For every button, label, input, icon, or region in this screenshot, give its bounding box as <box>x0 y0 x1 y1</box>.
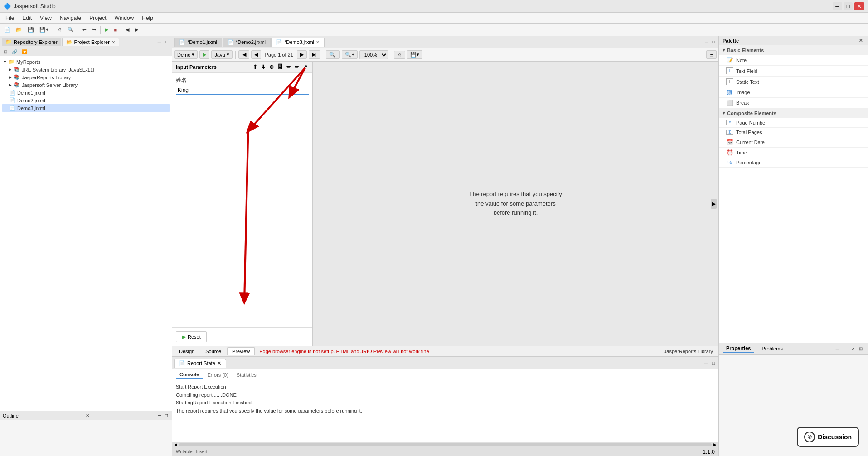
tab-repository-explorer[interactable]: 📁 Repository Explorer <box>2 38 61 46</box>
menu-help[interactable]: Help <box>138 14 157 22</box>
ip-tool-database[interactable]: 🗄 <box>276 63 284 71</box>
preview-selector[interactable]: Demo ▾ <box>174 50 198 59</box>
report-state-close[interactable]: ✕ <box>217 360 221 366</box>
run-report-btn[interactable]: ▶ <box>199 50 209 59</box>
menu-file[interactable]: File <box>2 14 18 22</box>
toolbar-forward[interactable]: ▶ <box>132 25 141 34</box>
print-btn[interactable]: 🖨 <box>394 51 405 59</box>
palette-section-composite[interactable]: ▾ Composite Elements <box>719 108 868 118</box>
tree-item-jasperreports[interactable]: ▸ 📚 JasperReports Library <box>2 73 170 81</box>
toolbar-undo[interactable]: ↩ <box>80 25 89 34</box>
zoom-selector[interactable]: 100% 50% 75% 125% 150% 200% <box>359 50 388 59</box>
palette-item-time[interactable]: ⏰ Time <box>719 148 868 158</box>
menu-window[interactable]: Window <box>111 14 138 22</box>
report-collapse[interactable]: ⊟ <box>706 50 717 59</box>
bottom-panel-minimize[interactable]: ─ <box>703 360 709 366</box>
tree-item-demo1[interactable]: 📄 Demo1.jrxml <box>2 89 170 96</box>
toolbar-run[interactable]: ▶ <box>102 25 111 34</box>
tree-item-jaspersoft-server[interactable]: ▸ 📚 Jaspersoft Server Library <box>2 81 170 89</box>
tree-item-jre[interactable]: ▸ 📚 JRE System Library [JavaSE-11] <box>2 66 170 73</box>
ip-tool-edit2[interactable]: ✏ <box>293 63 301 71</box>
palette-item-total-pages[interactable]: Σ Total Pages <box>719 128 868 137</box>
prop-tab-properties[interactable]: Properties <box>723 345 754 353</box>
language-selector[interactable]: Java ▾ <box>211 50 232 59</box>
page-first[interactable]: |◀ <box>238 50 250 59</box>
page-next[interactable]: ▶ <box>297 50 307 59</box>
bottom-panel-maximize[interactable]: □ <box>710 360 717 366</box>
palette-item-percentage[interactable]: % Percentage <box>719 158 868 168</box>
tree-link-editor[interactable]: 🔗 <box>10 49 19 55</box>
toolbar-new[interactable]: 📄 <box>2 25 13 34</box>
doc-tab-demo1[interactable]: 📄 *Demo1.jrxml <box>174 38 222 47</box>
bottom-tab-report-state[interactable]: 📄 Report State ✕ <box>174 359 226 368</box>
toolbar-print[interactable]: 🖨 <box>55 26 64 34</box>
page-prev[interactable]: ◀ <box>251 50 261 59</box>
tree-filter[interactable]: 🔽 <box>20 49 29 55</box>
doc-area-maximize[interactable]: □ <box>710 39 717 45</box>
doc-tab-demo2[interactable]: 📄 *Demo2.jrxml <box>223 38 271 47</box>
export-btn[interactable]: 💾▾ <box>407 50 422 59</box>
doc-tab-demo3-close[interactable]: ✕ <box>316 40 320 45</box>
toolbar-save-all[interactable]: 💾+ <box>37 25 51 34</box>
ip-tool-link[interactable]: ↗ <box>301 63 309 71</box>
zoom-out[interactable]: 🔍- <box>326 50 340 59</box>
tab-source[interactable]: Source <box>200 347 226 355</box>
tree-root[interactable]: ▾ 📁 MyReports <box>2 58 170 66</box>
page-last[interactable]: ▶| <box>309 50 320 59</box>
proj-explorer-close[interactable]: ✕ <box>112 40 115 45</box>
prop-maximize[interactable]: □ <box>842 346 848 352</box>
toolbar-open[interactable]: 📂 <box>14 25 24 34</box>
prop-close[interactable]: ↗ <box>849 346 856 352</box>
ip-tool-add[interactable]: ⊕ <box>268 63 275 71</box>
toolbar-back[interactable]: ◀ <box>123 25 131 34</box>
close-btn[interactable]: ✕ <box>854 2 864 10</box>
toolbar-stop[interactable]: ■ <box>112 26 119 34</box>
explorer-maximize[interactable]: □ <box>164 39 170 45</box>
prop-minimize[interactable]: ─ <box>834 346 841 352</box>
tree-view[interactable]: ▾ 📁 MyReports ▸ 📚 JRE System Library [Ja… <box>0 56 172 411</box>
ip-tool-edit1[interactable]: ✏ <box>285 63 292 71</box>
param-input[interactable] <box>176 86 309 95</box>
ip-tool-up[interactable]: ⬆ <box>252 63 259 71</box>
content-tab-errors[interactable]: Errors (0) <box>204 371 232 379</box>
doc-area-minimize[interactable]: ─ <box>703 39 710 45</box>
palette-item-text-field[interactable]: T Text Field <box>719 66 868 77</box>
tab-design[interactable]: Design <box>174 347 199 355</box>
report-scroll-btn[interactable]: ▶ <box>711 199 717 209</box>
menu-project[interactable]: Project <box>86 14 110 22</box>
ip-tool-down[interactable]: ⬇ <box>260 63 267 71</box>
log-scroll-right[interactable]: ▶ <box>713 442 717 447</box>
doc-tab-demo3[interactable]: 📄 *Demo3.jrxml ✕ <box>271 38 325 47</box>
prop-tab-problems[interactable]: Problems <box>758 345 786 352</box>
menu-edit[interactable]: Edit <box>19 14 35 22</box>
palette-item-current-date[interactable]: 📅 Current Date <box>719 137 868 148</box>
tree-item-demo3[interactable]: 📄 Demo3.jrxml <box>2 104 170 112</box>
outline-close[interactable]: ✕ <box>84 413 91 418</box>
minimize-btn[interactable]: ─ <box>833 2 842 10</box>
discussion-button[interactable]: © Discussion <box>797 427 859 447</box>
explorer-minimize[interactable]: ─ <box>156 39 163 45</box>
toolbar-redo[interactable]: ↪ <box>90 25 98 34</box>
menu-view[interactable]: View <box>36 14 55 22</box>
reset-button[interactable]: ▶ Reset <box>176 331 207 342</box>
palette-section-basic[interactable]: ▾ Basic Elements <box>719 45 868 55</box>
palette-item-page-number[interactable]: # Page Number <box>719 118 868 128</box>
tab-preview[interactable]: Preview <box>227 347 255 355</box>
content-tab-console[interactable]: Console <box>176 371 203 379</box>
log-scroll-left[interactable]: ◀ <box>174 442 177 447</box>
maximize-btn[interactable]: □ <box>844 2 853 10</box>
tree-collapse-all[interactable]: ⊟ <box>2 49 9 55</box>
palette-item-static-text[interactable]: T Static Text <box>719 77 868 87</box>
palette-item-break[interactable]: ⬜ Break <box>719 98 868 108</box>
palette-item-note[interactable]: 📝 Note <box>719 55 868 66</box>
palette-close[interactable]: ✕ <box>857 38 864 43</box>
menu-navigate[interactable]: Navigate <box>56 14 85 22</box>
toolbar-search[interactable]: 🔍 <box>65 25 76 34</box>
palette-item-image[interactable]: 🖼 Image <box>719 87 868 98</box>
tab-project-explorer[interactable]: 📂 Project Explorer ✕ <box>62 38 119 46</box>
zoom-in[interactable]: 🔍+ <box>342 50 357 59</box>
outline-min[interactable]: ─ <box>157 413 163 418</box>
prop-more[interactable]: ⊞ <box>857 346 864 352</box>
tree-item-demo2[interactable]: 📄 Demo2.jrxml <box>2 96 170 104</box>
toolbar-save[interactable]: 💾 <box>25 25 36 34</box>
